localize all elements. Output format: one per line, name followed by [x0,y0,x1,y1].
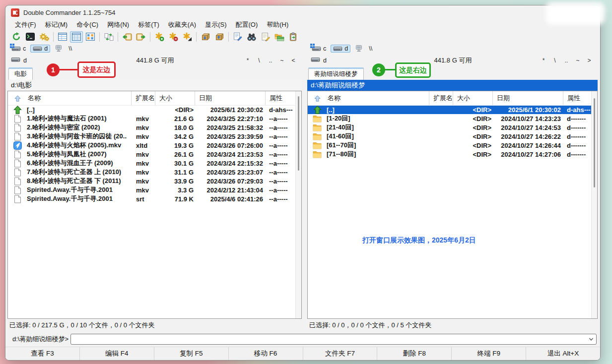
left-path-bar[interactable]: d:\电影 [7,80,302,91]
go-back-icon[interactable] [121,31,134,43]
file-row[interactable]: [71--80回]<DIR>2024/10/27 14:27:06d------… [308,150,591,159]
panel-nav-button[interactable]: ~ [277,57,287,64]
column-header-date[interactable]: 日期 [492,91,563,105]
drive-button-d[interactable]: d [331,45,350,53]
annotation-label-left: 这是左边 [77,61,116,78]
drive-button-d[interactable]: d [30,45,50,53]
brief-view-icon[interactable] [56,31,69,43]
select-group-icon[interactable] [153,31,166,43]
pack-icon[interactable] [199,31,212,43]
menu-item[interactable]: 文件(F) [10,20,41,30]
updir-icon [308,106,327,114]
column-header-attr[interactable]: 属性 [563,91,591,105]
panel-nav-button[interactable]: \ [550,57,560,64]
terminal-icon[interactable] [24,31,37,43]
network-button[interactable] [52,44,65,53]
file-row[interactable]: 1.哈利•波特与魔法石 (2001)mkv21.6 G2024/3/25 22:… [8,114,295,123]
fn-button-f6[interactable]: 移动 F6 [228,347,303,360]
go-forward-icon[interactable] [135,31,147,43]
menu-item[interactable]: 标记(M) [41,20,72,30]
fn-button-f7[interactable]: 文件夹 F7 [303,347,377,360]
file-row[interactable]: 7.哈利•波特与死亡圣器 上 (2010)mkv31.1 G2024/3/25 … [8,168,295,177]
column-header-name[interactable]: 名称 [327,91,429,105]
file-row[interactable]: [..]<DIR>2025/6/1 20:30:02d-ahs--- [8,106,295,114]
command-input-combobox[interactable] [70,334,597,345]
file-ext: mkv [131,151,155,158]
file-row[interactable]: [21-40回]<DIR>2024/10/27 14:24:53d------- [308,123,591,132]
file-row[interactable]: Spirited.Away.千与千寻.2001srt71.9 K2025/4/6… [8,194,295,203]
menu-item[interactable]: 标签(T) [134,20,164,30]
options-gears-icon[interactable] [38,31,51,43]
command-input[interactable] [71,335,586,344]
swap-panels-icon[interactable] [102,31,115,43]
panel-nav-button[interactable]: \ [254,57,264,64]
right-scrollbar-thumb[interactable] [594,98,595,187]
drive-label[interactable]: d [323,57,327,64]
invert-selection-icon[interactable] [181,31,194,43]
sort-arrow-icon[interactable] [308,91,327,105]
right-scrollbar[interactable] [591,91,597,318]
fn-button-f5[interactable]: 复制 F5 [154,347,228,360]
left-panel: d 441.8 G 可用 *\..~< 电影 d:\电影 名称 扩展名 大小 日… [7,54,302,332]
refresh-icon[interactable] [10,31,23,43]
left-scrollbar[interactable] [295,91,301,318]
menu-item[interactable]: 显示(S) [201,20,231,30]
file-row[interactable]: 5.哈利•波特与凤凰社 (2007)mkv26.1 G2024/3/24 21:… [8,150,295,159]
file-row[interactable]: 6.哈利•波特与混血王子 (2009)mkv30.1 G2024/3/24 22… [8,159,295,168]
menu-item[interactable]: 命令(C) [72,20,103,30]
drive-button-c[interactable]: c [309,45,329,53]
file-row[interactable]: 8.哈利•波特与死亡圣器 下 (2011)mkv33.9 G2024/3/26 … [8,177,295,185]
drive-button-c[interactable]: c [9,45,28,53]
panel-nav-button[interactable]: ~ [573,57,583,64]
column-header-name[interactable]: 名称 [27,91,131,105]
column-header-attr[interactable]: 属性 [265,91,295,105]
panel-nav-button[interactable]: .. [561,57,571,64]
sync-dirs-icon[interactable] [273,31,286,43]
panel-nav-button[interactable]: .. [266,57,275,64]
file-row[interactable]: [41-60回]<DIR>2024/10/27 14:26:22d------- [308,132,591,141]
file-row[interactable]: [61--70回]<DIR>2024/10/27 14:26:44d------… [308,141,591,150]
menu-item[interactable]: 帮助(H) [262,20,293,30]
fn-button-f3[interactable]: 查看 F3 [5,347,79,360]
drive-label[interactable]: d [23,57,27,64]
chevron-down-icon[interactable] [586,336,596,342]
column-header-ext[interactable]: 扩展名 [429,91,453,105]
file-row[interactable]: Spirited.Away.千与千寻.2001mkv3.3 G2024/2/12… [8,185,295,194]
file-row[interactable]: 3.哈利•波特与阿兹卡班的囚徒 (20..mkv34.2 G2024/3/25 … [8,132,295,141]
tab-jiangxun[interactable]: 蒋勋细说细楼梦 [308,67,364,80]
search-icon[interactable] [245,31,258,43]
extract-icon[interactable] [213,31,226,43]
fn-button-f9[interactable]: 终端 F9 [451,347,526,360]
panel-nav-button[interactable]: * [243,57,253,64]
file-row[interactable]: 2.哈利•波特与密室 (2002)mkv18.0 G2024/3/25 21:5… [8,123,295,132]
left-scrollbar-thumb[interactable] [298,96,299,171]
fn-button-f4[interactable]: 编辑 F4 [79,347,154,360]
file-row[interactable]: 4.哈利•波特与火焰杯 (2005).mkvxltd19.3 G2024/3/2… [8,141,295,150]
file-attr: --a----- [265,133,295,140]
multi-rename-icon[interactable] [231,31,244,43]
right-path-bar[interactable]: d:\蒋勋细说细楼梦 [307,80,598,91]
fn-button-f8[interactable]: 删除 F8 [377,347,451,360]
menu-item[interactable]: 网络(N) [103,20,134,30]
menu-item[interactable]: 配置(O) [231,20,263,30]
panel-nav-button[interactable]: > [584,57,594,64]
column-header-date[interactable]: 日期 [195,91,265,105]
column-header-size[interactable]: 大小 [453,91,492,105]
column-header-ext[interactable]: 扩展名 [131,91,155,105]
edit-icon[interactable] [259,31,272,43]
thumbnails-view-icon[interactable] [84,31,97,43]
tab-movies[interactable]: 电影 [8,67,33,80]
title-bar[interactable]: Double Commander 1.1.25~754 [5,5,600,19]
panel-nav-button[interactable]: < [288,57,298,64]
unselect-group-icon[interactable] [167,31,180,43]
file-row[interactable]: [..]<DIR>2025/6/1 20:30:02d-ahs--- [308,106,591,114]
column-header-size[interactable]: 大小 [155,91,195,105]
menu-item[interactable]: 收藏夹(A) [164,20,201,30]
panel-nav-button[interactable]: * [539,57,548,64]
sort-arrow-icon[interactable] [8,91,27,105]
fn-button-alt-x[interactable]: 退出 Alt+X [526,347,600,360]
full-view-icon[interactable] [70,31,83,43]
network-button[interactable] [352,44,365,53]
copy-clipboard-icon[interactable] [287,31,300,43]
file-row[interactable]: [1-20回]<DIR>2024/10/27 14:23:23d------- [308,114,591,123]
